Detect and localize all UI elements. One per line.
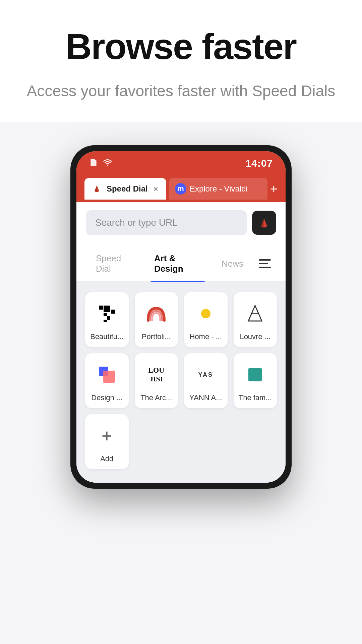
tab-news-nav[interactable]: News	[212, 255, 253, 276]
design-logo	[96, 364, 118, 385]
hero-title: Browse faster	[20, 27, 342, 67]
search-bar[interactable]: Search or type URL	[86, 210, 247, 235]
page-bottom	[0, 489, 362, 644]
status-time: 14:07	[245, 158, 273, 169]
dial-label-yann: YANN A...	[189, 393, 222, 402]
hamburger-line-1	[259, 259, 271, 261]
svg-rect-4	[111, 310, 115, 314]
dial-label-arc: The Arc...	[140, 393, 172, 402]
svg-rect-6	[107, 316, 110, 320]
dial-label-beautifu: Beautifu...	[90, 332, 123, 341]
portfoli-icon	[143, 300, 170, 327]
dial-item-home[interactable]: Home - ...	[184, 292, 228, 347]
dial-item-louvre[interactable]: Louvre ...	[234, 292, 277, 347]
wifi-icon	[103, 158, 113, 169]
fam-icon	[242, 361, 268, 388]
svg-rect-14	[103, 371, 115, 383]
home-logo	[195, 303, 217, 324]
new-tab-button[interactable]: +	[270, 182, 278, 196]
svg-point-8	[201, 309, 210, 318]
add-label: Add	[100, 454, 113, 463]
dial-add-button[interactable]: + Add	[85, 414, 129, 469]
dial-label-louvre: Louvre ...	[240, 332, 270, 341]
home-icon	[192, 300, 219, 327]
status-icons	[89, 158, 113, 169]
mastodon-icon: m	[175, 183, 186, 195]
beautifu-icon	[94, 300, 120, 327]
yann-icon: YAS	[192, 361, 219, 388]
vivaldi-v-icon	[258, 217, 270, 229]
browser-content: Search or type URL	[76, 202, 286, 242]
tab-speed-dial[interactable]: Speed Dial ×	[84, 178, 166, 200]
nav-menu-button[interactable]	[253, 256, 276, 275]
dial-item-portfoli[interactable]: Portfoli...	[135, 292, 178, 347]
louvre-logo	[244, 303, 266, 324]
arc-icon: LOUJISI	[143, 361, 170, 388]
svg-rect-7	[104, 320, 107, 322]
search-row: Search or type URL	[86, 210, 276, 235]
dial-grid: Beautifu... Portfoli...	[85, 292, 277, 408]
svg-rect-15	[248, 368, 262, 381]
svg-rect-5	[104, 313, 107, 316]
fam-logo	[244, 364, 266, 385]
louvre-icon	[242, 300, 268, 327]
tab-art-design-nav[interactable]: Art & Design	[144, 250, 212, 281]
nav-tabs: Speed Dial Art & Design News	[76, 242, 286, 282]
dial-label-design: Design ...	[91, 393, 122, 402]
dial-item-arc[interactable]: LOUJISI The Arc...	[135, 353, 178, 408]
tab-speed-dial-nav[interactable]: Speed Dial	[86, 250, 144, 281]
beautifu-logo	[96, 303, 118, 324]
svg-rect-2	[104, 306, 110, 312]
search-placeholder: Search or type URL	[95, 217, 178, 228]
speed-dial-section: Beautifu... Portfoli...	[76, 282, 286, 483]
hamburger-icon	[259, 259, 271, 268]
tab-active-label: Speed Dial	[107, 184, 148, 194]
hero-subtitle: Access your favorites faster with Speed …	[20, 80, 342, 102]
phone-frame: 14:07 Speed Dial × m	[70, 145, 292, 489]
tab-explore[interactable]: m Explore - Vivaldi	[169, 178, 267, 200]
dial-label-home: Home - ...	[189, 332, 222, 341]
tab-close-button[interactable]: ×	[152, 182, 160, 196]
hero-section: Browse faster Access your favorites fast…	[0, 0, 362, 122]
phone-screen: 14:07 Speed Dial × m	[76, 151, 286, 483]
status-bar: 14:07	[76, 151, 286, 175]
hamburger-line-2	[259, 263, 268, 264]
portfoli-logo	[145, 303, 167, 324]
svg-rect-3	[99, 306, 103, 310]
hamburger-line-3	[259, 267, 271, 268]
dial-label-fam: The fam...	[239, 393, 272, 402]
vivaldi-menu-button[interactable]	[252, 211, 276, 235]
dial-item-yann[interactable]: YAS YANN A...	[184, 353, 228, 408]
add-icon: +	[94, 422, 120, 449]
dial-item-fam[interactable]: The fam...	[234, 353, 277, 408]
tab-inactive-label: Explore - Vivaldi	[190, 184, 248, 194]
tab-bar: Speed Dial × m Explore - Vivaldi +	[76, 175, 286, 202]
phone-mockup: 14:07 Speed Dial × m	[70, 145, 292, 489]
dial-label-portfoli: Portfoli...	[142, 332, 171, 341]
design-icon	[94, 361, 120, 388]
dial-item-design[interactable]: Design ...	[85, 353, 129, 408]
vivaldi-icon	[91, 183, 103, 195]
document-icon	[89, 158, 98, 169]
dial-item-beautifu[interactable]: Beautifu...	[85, 292, 129, 347]
